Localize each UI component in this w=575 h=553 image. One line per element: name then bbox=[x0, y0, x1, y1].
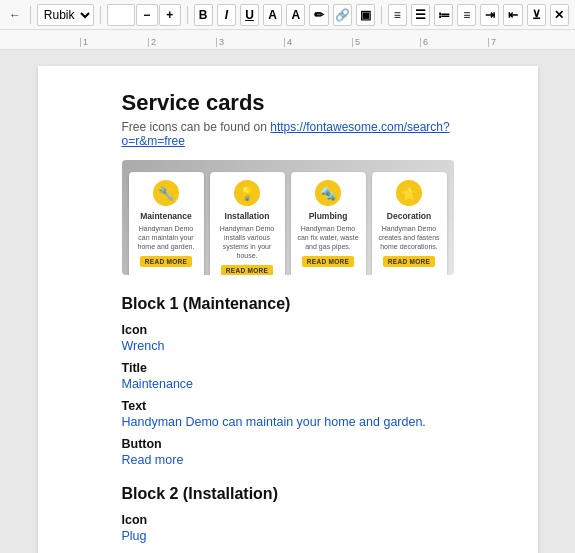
block-1-title-value: Maintenance bbox=[122, 377, 454, 391]
pencil-button[interactable]: ✏ bbox=[309, 4, 328, 26]
block-1-icon-value: Wrench bbox=[122, 339, 454, 353]
document-page: Service cards Free icons can be found on… bbox=[38, 66, 538, 553]
installation-read-more-button[interactable]: READ MORE bbox=[221, 265, 273, 275]
block-1-button-label: Button bbox=[122, 437, 454, 451]
installation-card-text: Handyman Demo installs various systems i… bbox=[216, 224, 279, 260]
installation-icon: 💡 bbox=[239, 186, 255, 201]
maintenance-read-more-button[interactable]: READ MORE bbox=[140, 256, 192, 267]
ruler-mark-6: 6 bbox=[420, 38, 488, 47]
block-1-button-value[interactable]: Read more bbox=[122, 453, 454, 467]
toolbar-separator-2 bbox=[100, 6, 101, 24]
toolbar-separator-3 bbox=[187, 6, 188, 24]
block-1-section: Block 1 (Maintenance) Icon Wrench Title … bbox=[122, 295, 454, 467]
ruler-mark-2: 2 bbox=[148, 38, 216, 47]
bold-button[interactable]: B bbox=[194, 4, 213, 26]
block-2-heading: Block 2 (Installation) bbox=[122, 485, 454, 503]
block-2-section: Block 2 (Installation) Icon Plug bbox=[122, 485, 454, 543]
decoration-icon: ⭐ bbox=[401, 186, 417, 201]
toolbar-separator-4 bbox=[381, 6, 382, 24]
page-title: Service cards bbox=[122, 90, 454, 116]
font-size-input[interactable]: 12 bbox=[107, 4, 135, 26]
plumbing-icon-circle: 🔩 bbox=[315, 180, 341, 206]
font-size-group: 12 − + bbox=[107, 4, 181, 26]
plumbing-icon: 🔩 bbox=[320, 186, 336, 201]
block-1-text-label: Text bbox=[122, 399, 454, 413]
service-card-plumbing: 🔩 Plumbing Handyman Demo can fix water, … bbox=[291, 172, 366, 275]
link-button[interactable]: 🔗 bbox=[333, 4, 352, 26]
toolbar-separator bbox=[30, 6, 31, 24]
more-button[interactable]: ⊻ bbox=[527, 4, 546, 26]
unordered-list-button[interactable]: ≡ bbox=[457, 4, 476, 26]
decoration-read-more-button[interactable]: READ MORE bbox=[383, 256, 435, 267]
ruler-mark-7: 7 bbox=[488, 38, 556, 47]
font-size-decrease[interactable]: − bbox=[136, 4, 158, 26]
decoration-card-text: Handyman Demo creates and fastens home d… bbox=[378, 224, 441, 251]
indent-button[interactable]: ⇥ bbox=[480, 4, 499, 26]
service-card-maintenance: 🔧 Maintenance Handyman Demo can maintain… bbox=[129, 172, 204, 275]
list-button[interactable]: ☰ bbox=[411, 4, 430, 26]
installation-card-title: Installation bbox=[225, 211, 270, 221]
ruler-mark-4: 4 bbox=[284, 38, 352, 47]
plumbing-card-title: Plumbing bbox=[309, 211, 348, 221]
image-button[interactable]: ▣ bbox=[356, 4, 375, 26]
ruler-mark-1: 1 bbox=[80, 38, 148, 47]
italic-button[interactable]: I bbox=[217, 4, 236, 26]
font-size-increase[interactable]: + bbox=[159, 4, 181, 26]
cards-preview: 🔧 Maintenance Handyman Demo can maintain… bbox=[122, 160, 454, 275]
maintenance-card-title: Maintenance bbox=[140, 211, 192, 221]
service-card-decoration: ⭐ Decoration Handyman Demo creates and f… bbox=[372, 172, 447, 275]
outdent-button[interactable]: ⇤ bbox=[503, 4, 522, 26]
installation-icon-circle: 💡 bbox=[234, 180, 260, 206]
ruler-mark-3: 3 bbox=[216, 38, 284, 47]
block-2-icon-label: Icon bbox=[122, 513, 454, 527]
strikethrough-button[interactable]: A bbox=[263, 4, 282, 26]
service-card-installation: 💡 Installation Handyman Demo installs va… bbox=[210, 172, 285, 275]
maintenance-icon: 🔧 bbox=[158, 186, 174, 201]
ruler-mark-5: 5 bbox=[352, 38, 420, 47]
underline-button[interactable]: U bbox=[240, 4, 259, 26]
maintenance-icon-circle: 🔧 bbox=[153, 180, 179, 206]
align-button[interactable]: ≡ bbox=[388, 4, 407, 26]
undo-button[interactable]: ← bbox=[6, 7, 24, 23]
clear-button[interactable]: ✕ bbox=[550, 4, 569, 26]
block-1-icon-label: Icon bbox=[122, 323, 454, 337]
ordered-list-button[interactable]: ≔ bbox=[434, 4, 453, 26]
block-1-text-value: Handyman Demo can maintain your home and… bbox=[122, 415, 454, 429]
page-wrapper: Service cards Free icons can be found on… bbox=[0, 50, 575, 553]
block-1-title-label: Title bbox=[122, 361, 454, 375]
font-family-select[interactable]: Rubik bbox=[37, 4, 94, 26]
maintenance-card-text: Handyman Demo can maintain your home and… bbox=[135, 224, 198, 251]
plumbing-card-text: Handyman Demo can fix water, waste and g… bbox=[297, 224, 360, 251]
decoration-icon-circle: ⭐ bbox=[396, 180, 422, 206]
ruler: 1 2 3 4 5 6 7 bbox=[0, 30, 575, 50]
plumbing-read-more-button[interactable]: READ MORE bbox=[302, 256, 354, 267]
subtitle: Free icons can be found on https://fonta… bbox=[122, 120, 454, 148]
decoration-card-title: Decoration bbox=[387, 211, 431, 221]
highlight-button[interactable]: A bbox=[286, 4, 305, 26]
toolbar: ← Rubik 12 − + B I U A A ✏ 🔗 ▣ ≡ ☰ ≔ ≡ ⇥… bbox=[0, 0, 575, 30]
cards-row: 🔧 Maintenance Handyman Demo can maintain… bbox=[122, 172, 454, 275]
block-2-icon-value: Plug bbox=[122, 529, 454, 543]
block-1-heading: Block 1 (Maintenance) bbox=[122, 295, 454, 313]
subtitle-text: Free icons can be found on bbox=[122, 120, 271, 134]
